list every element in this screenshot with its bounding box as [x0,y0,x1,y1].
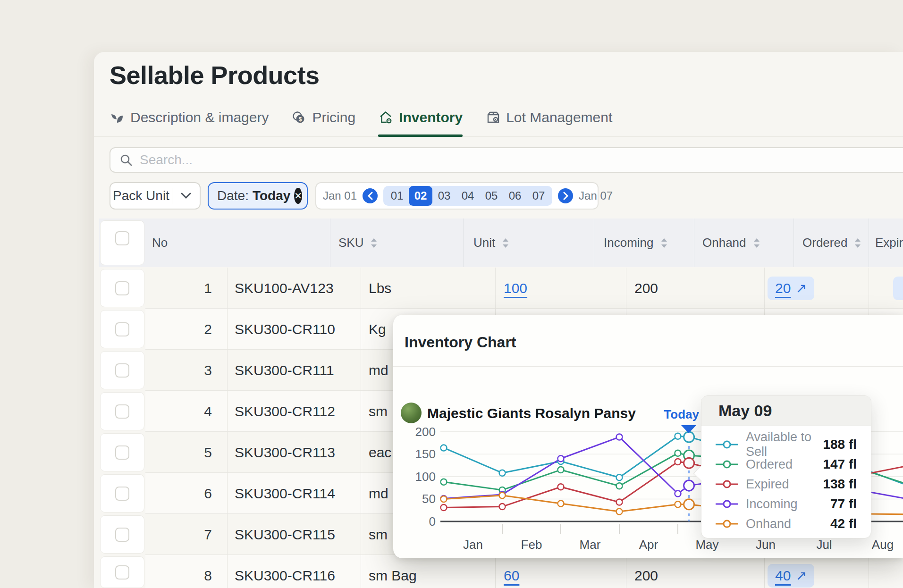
sort-icon[interactable] [370,237,378,249]
table-row[interactable]: 8 SKU300-CR116 sm Bag 60 200 40↗ [145,555,903,588]
column-header-onhand[interactable]: Onhand [702,218,760,267]
today-data-point [684,432,694,442]
sku-cell: SKU100-AV123 [235,268,334,309]
row-checkbox[interactable] [115,404,129,419]
column-header-expire[interactable]: Expire [875,218,903,267]
tooltip-series-label: Incoming [746,497,823,512]
tab-label: Description & imagery [130,109,269,126]
incoming-link[interactable]: 100 [504,280,527,296]
column-header-sku[interactable]: SKU [338,218,378,267]
date-filter-chip[interactable]: Date: Today ✕ [208,182,308,210]
day-pill-06[interactable]: 06 [503,186,527,206]
clear-date-filter-icon[interactable]: ✕ [294,188,302,204]
day-pill-04[interactable]: 04 [456,186,480,206]
sort-icon[interactable] [854,237,861,249]
row-checkbox[interactable] [115,363,129,378]
row-checkbox[interactable] [115,281,129,295]
select-all-checkbox[interactable] [115,231,129,245]
ordered-link[interactable]: 40 [775,568,791,584]
ordered-chip[interactable]: 40↗ [768,564,814,588]
svg-text:150: 150 [415,447,436,461]
prev-day-button[interactable] [363,188,378,203]
search-icon [119,153,133,167]
sku-cell: SKU300-CR115 [235,514,335,555]
svg-text:50: 50 [422,492,436,506]
month-label: Feb [521,538,542,552]
sort-icon[interactable] [502,237,509,249]
tooltip-rows: Available to Sell188 flOrdered147 flExpi… [701,426,871,534]
row-select-cell [100,515,144,554]
tooltip-date: May 09 [718,402,772,420]
sort-icon[interactable] [753,237,760,249]
tooltip-series-value: 77 fl [830,496,857,512]
column-header-ordered[interactable]: Ordered [802,218,861,267]
ordered-chip[interactable]: 20↗ [768,277,814,300]
range-end-label: Jan 07 [579,189,613,202]
month-label: Mar [580,538,601,552]
row-checkbox[interactable] [115,445,129,460]
next-day-button[interactable] [558,188,573,203]
page-title: Sellable Products [110,60,320,90]
table-header: No SKU Unit Incoming Onhand Ordered Expi… [99,218,903,267]
tooltip-series-value: 188 fl [823,437,857,452]
row-select-cell [100,351,144,389]
row-select-cell [100,474,144,512]
chevron-left-icon [367,192,373,200]
day-pill-03[interactable]: 03 [432,186,456,206]
day-pill-01[interactable]: 01 [385,186,409,206]
row-number: 5 [145,432,219,473]
tooltip-series-label: Ordered [746,457,815,472]
date-range-navigator: Jan 01 01 02 03 04 05 06 07 Jan 07 [315,182,599,210]
tab-lot-management[interactable]: Lot Management [485,109,612,137]
tab-label: Lot Management [506,109,612,126]
tooltip-series-value: 138 fl [823,477,857,492]
series-marker-icon [716,459,738,470]
row-checkbox[interactable] [115,565,129,580]
day-pill-02[interactable]: 02 [409,186,432,206]
today-data-point [684,458,694,468]
tab-bar: Description & imagery $ Pricing Inventor… [110,109,612,137]
row-select-cell [100,310,144,348]
tooltip-row: Incoming77 fl [716,494,857,514]
tooltip-row: Available to Sell188 fl [716,435,857,454]
row-select-cell [100,433,144,471]
expire-chip-cutoff[interactable] [893,277,903,300]
month-label: Jul [816,538,832,552]
sku-cell: SKU300-CR116 [235,555,335,588]
tab-pricing[interactable]: $ Pricing [291,109,355,137]
day-pill-07[interactable]: 07 [527,186,550,206]
tooltip-series-label: Available to Sell [746,430,815,459]
day-pill-05[interactable]: 05 [480,186,503,206]
month-label: Aug [872,538,894,552]
row-checkbox[interactable] [115,528,129,542]
row-select-cell [100,392,144,430]
pack-unit-dropdown[interactable]: Pack Unit [110,182,201,210]
search-input[interactable] [140,152,903,168]
range-start-label: Jan 01 [323,189,357,202]
tooltip-series-value: 42 fl [830,516,857,531]
svg-text:0: 0 [429,514,436,529]
column-header-incoming[interactable]: Incoming [604,218,668,267]
column-header-no[interactable]: No [152,218,168,267]
unit-cell: eac [369,432,391,473]
tooltip-row: Onhand42 fl [716,514,857,534]
coins-icon: $ [291,110,306,125]
row-checkbox[interactable] [115,322,129,336]
unit-cell: md [369,350,388,391]
sku-cell: SKU300-CR111 [235,350,334,391]
series-marker-icon [716,499,738,509]
row-checkbox[interactable] [115,487,129,501]
unit-cell: sm [369,391,388,432]
tab-inventory[interactable]: Inventory [378,109,463,137]
tooltip-row: Ordered147 fl [716,454,857,474]
column-header-unit[interactable]: Unit [473,218,509,267]
table-row[interactable]: 1 SKU100-AV123 Lbs 100 200 20↗ [145,268,903,309]
pack-unit-label: Pack Unit [110,188,172,203]
row-select-cell [100,556,144,588]
tooltip-series-label: Onhand [746,517,823,531]
incoming-link[interactable]: 60 [504,568,519,584]
sort-icon[interactable] [660,237,668,249]
series-marker-icon [716,479,738,489]
ordered-link[interactable]: 20 [775,280,791,296]
tab-description-imagery[interactable]: Description & imagery [110,109,269,137]
